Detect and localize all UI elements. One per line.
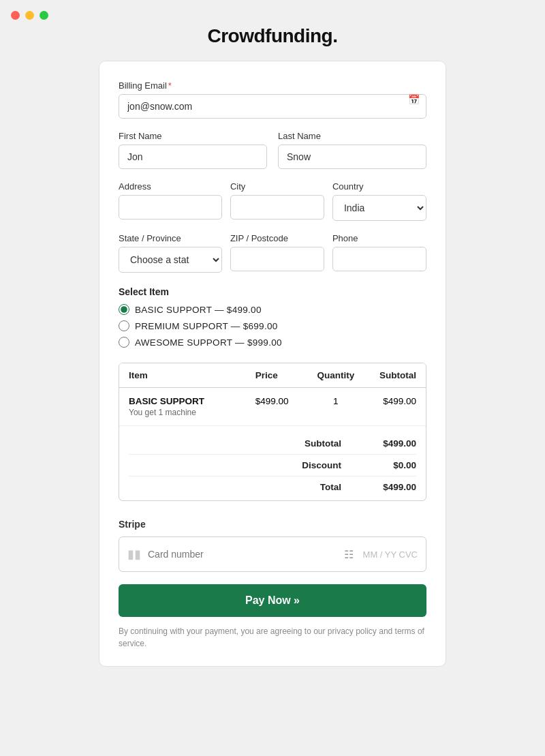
zip-field: ZIP / Postcode	[230, 233, 324, 273]
item-basic-radio[interactable]	[119, 304, 129, 315]
subtotal-value: $499.00	[369, 438, 416, 449]
order-item-subtotal: $499.00	[359, 396, 416, 406]
order-item-price: $499.00	[255, 396, 313, 406]
state-row: State / Province Choose a stat ZIP / Pos…	[119, 233, 426, 273]
select-item-heading: Select Item	[119, 286, 426, 297]
calendar-icon: 📅	[408, 94, 420, 105]
stripe-fields: ▮▮ ☷ MM / YY CVC	[127, 547, 418, 562]
item-premium-option[interactable]: PREMIUM SUPPORT — $699.00	[119, 320, 426, 331]
order-item-info: BASIC SUPPORT You get 1 machine	[129, 396, 255, 417]
order-item-desc: You get 1 machine	[129, 408, 255, 417]
city-label: City	[230, 181, 324, 192]
phone-input[interactable]	[332, 247, 426, 271]
card-expiry-cvc: MM / YY CVC	[363, 549, 418, 560]
item-awesome-option[interactable]: AWESOME SUPPORT — $999.00	[119, 337, 426, 348]
close-dot[interactable]	[11, 11, 20, 20]
maximize-dot[interactable]	[40, 11, 48, 20]
col-price-header: Price	[255, 370, 313, 380]
phone-label: Phone	[332, 233, 426, 243]
card-id-icon: ☷	[344, 548, 354, 561]
item-awesome-label: AWESOME SUPPORT — $999.00	[135, 337, 282, 348]
order-table-header: Item Price Quantity Subtotal	[119, 363, 426, 388]
first-name-input[interactable]	[119, 145, 267, 169]
col-item-header: Item	[129, 370, 255, 380]
stripe-label: Stripe	[119, 519, 426, 530]
item-premium-radio[interactable]	[119, 320, 129, 331]
name-row: First Name Last Name	[119, 131, 426, 169]
total-value: $499.00	[369, 482, 416, 492]
address-row: Address City Country India United States…	[119, 181, 426, 221]
country-select[interactable]: India United States United Kingdom Canad…	[332, 195, 426, 221]
item-awesome-radio[interactable]	[119, 337, 129, 348]
city-field: City	[230, 181, 324, 221]
country-field: Country India United States United Kingd…	[332, 181, 426, 221]
card-brand-icon: ▮▮	[127, 547, 141, 562]
phone-field: Phone	[332, 233, 426, 273]
billing-email-label: Billing Email*	[119, 80, 426, 91]
item-radio-group: BASIC SUPPORT — $499.00 PREMIUM SUPPORT …	[119, 304, 426, 348]
country-label: Country	[332, 181, 426, 192]
summary-total-row: Total $499.00	[129, 477, 416, 498]
state-field: State / Province Choose a stat	[119, 233, 222, 273]
item-basic-label: BASIC SUPPORT — $499.00	[135, 305, 262, 315]
item-basic-option[interactable]: BASIC SUPPORT — $499.00	[119, 304, 426, 315]
page-title: Crowdfunding.	[0, 25, 545, 47]
last-name-label: Last Name	[278, 131, 426, 141]
order-table: Item Price Quantity Subtotal BASIC SUPPO…	[119, 363, 426, 501]
terms-text: By continuing with your payment, you are…	[119, 625, 426, 650]
col-qty-header: Quantity	[313, 370, 359, 380]
zip-input[interactable]	[230, 247, 324, 271]
billing-email-input[interactable]	[119, 94, 426, 119]
titlebar	[0, 0, 545, 25]
billing-email-field: Billing Email* 📅	[119, 80, 426, 119]
city-input[interactable]	[230, 195, 324, 220]
card-number-input[interactable]	[148, 549, 344, 560]
stripe-box: ▮▮ ☷ MM / YY CVC	[119, 536, 426, 572]
order-summary: Subtotal $499.00 Discount $0.00 Total $4…	[119, 426, 426, 500]
item-premium-label: PREMIUM SUPPORT — $699.00	[135, 321, 278, 331]
address-field: Address	[119, 181, 222, 221]
first-name-field: First Name	[119, 131, 267, 169]
pay-now-button[interactable]: Pay Now »	[119, 584, 426, 617]
discount-label: Discount	[273, 460, 341, 470]
discount-value: $0.00	[369, 460, 416, 470]
summary-subtotal-row: Subtotal $499.00	[129, 433, 416, 455]
col-subtotal-header: Subtotal	[359, 370, 416, 380]
state-select[interactable]: Choose a stat	[119, 247, 222, 273]
last-name-input[interactable]	[278, 145, 426, 169]
subtotal-label: Subtotal	[273, 438, 341, 449]
table-row: BASIC SUPPORT You get 1 machine $499.00 …	[119, 388, 426, 426]
state-label: State / Province	[119, 233, 222, 243]
minimize-dot[interactable]	[25, 11, 34, 20]
zip-label: ZIP / Postcode	[230, 233, 324, 243]
address-label: Address	[119, 181, 222, 192]
last-name-field: Last Name	[278, 131, 426, 169]
first-name-label: First Name	[119, 131, 267, 141]
total-label: Total	[273, 482, 341, 492]
address-input[interactable]	[119, 195, 222, 220]
form-card: Billing Email* 📅 First Name Last Name Ad…	[99, 61, 446, 667]
order-item-name: BASIC SUPPORT	[129, 396, 255, 406]
summary-discount-row: Discount $0.00	[129, 455, 416, 477]
order-item-qty: 1	[313, 396, 359, 406]
